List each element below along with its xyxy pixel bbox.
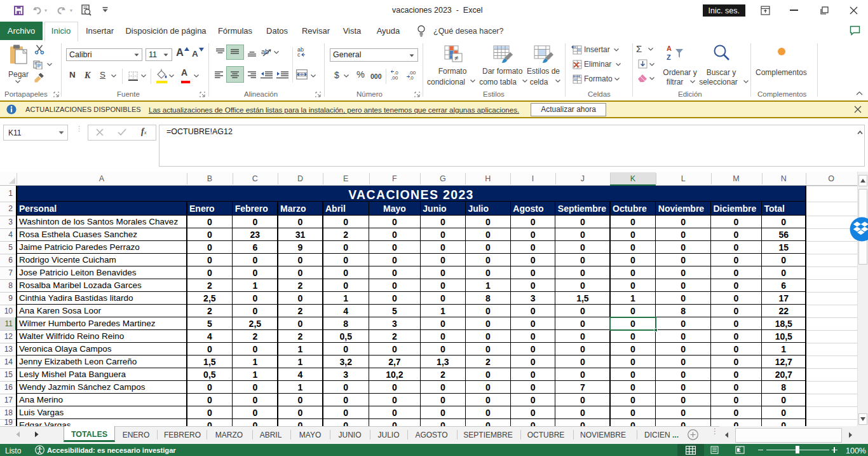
svg-text:,0: ,0 <box>409 75 414 80</box>
svg-text:A: A <box>667 45 672 52</box>
svg-text:c: c <box>297 52 301 57</box>
svg-text:,00: ,00 <box>391 75 398 80</box>
svg-text:Z: Z <box>667 53 671 61</box>
svg-text:≠: ≠ <box>454 54 458 62</box>
